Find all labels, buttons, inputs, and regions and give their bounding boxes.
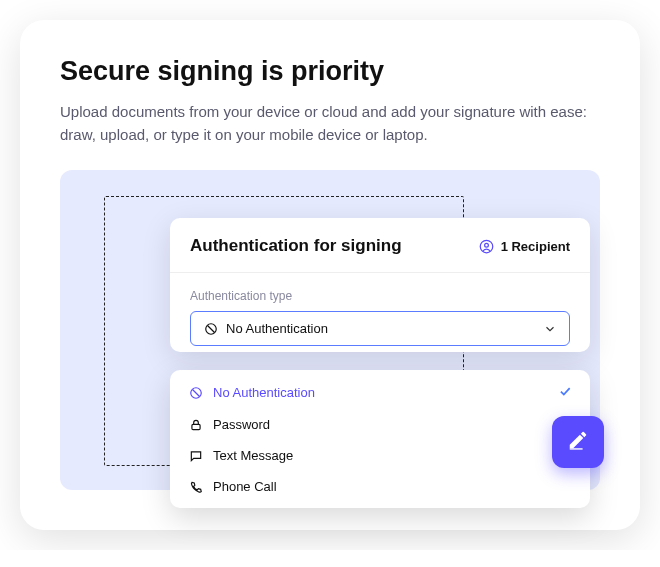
recipient-label: 1 Recipient	[501, 239, 570, 254]
lock-icon	[188, 417, 203, 432]
select-value: No Authentication	[226, 321, 328, 336]
modal-body: Authentication type No Authentication	[170, 273, 590, 352]
feature-card: Secure signing is priority Upload docume…	[20, 20, 640, 530]
illustration-area: Authentication for signing 1 Recipient A…	[60, 170, 600, 490]
svg-rect-7	[570, 448, 583, 449]
card-subtitle: Upload documents from your device or clo…	[60, 101, 600, 146]
chevron-down-icon	[542, 321, 557, 336]
svg-line-5	[192, 389, 199, 396]
option-label: No Authentication	[213, 385, 315, 400]
recipient-count: 1 Recipient	[479, 238, 570, 254]
option-label: Phone Call	[213, 479, 277, 494]
phone-icon	[188, 479, 203, 494]
option-phone-call[interactable]: Phone Call	[170, 471, 590, 502]
message-icon	[188, 448, 203, 463]
auth-type-label: Authentication type	[190, 289, 570, 303]
svg-point-1	[485, 243, 489, 247]
auth-type-select[interactable]: No Authentication	[190, 311, 570, 346]
modal-title: Authentication for signing	[190, 236, 402, 256]
option-label: Text Message	[213, 448, 293, 463]
prohibit-icon	[188, 385, 203, 400]
pen-icon	[567, 429, 589, 455]
option-text-message[interactable]: Text Message	[170, 440, 590, 471]
modal-header: Authentication for signing 1 Recipient	[170, 218, 590, 273]
svg-rect-6	[191, 424, 199, 429]
auth-modal: Authentication for signing 1 Recipient A…	[170, 218, 590, 352]
option-password[interactable]: Password	[170, 409, 590, 440]
user-icon	[479, 238, 495, 254]
sign-button[interactable]	[552, 416, 604, 468]
option-label: Password	[213, 417, 270, 432]
svg-line-3	[207, 325, 214, 332]
card-title: Secure signing is priority	[60, 56, 600, 87]
option-no-authentication[interactable]: No Authentication	[170, 376, 590, 409]
prohibit-icon	[203, 321, 218, 336]
check-icon	[558, 384, 572, 401]
auth-type-dropdown: No Authentication Password	[170, 370, 590, 508]
